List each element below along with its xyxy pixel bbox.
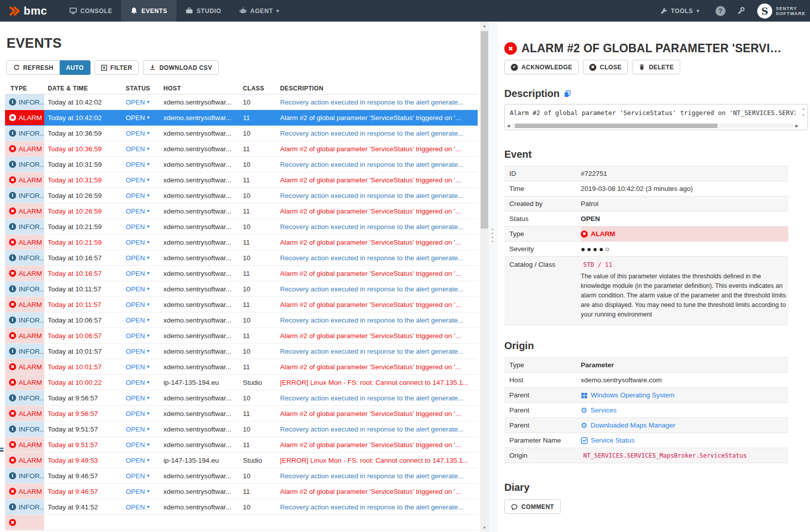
table-row[interactable]: i INFOR... Today at 10:06:57 OPEN ▾ xdem… [5, 312, 478, 328]
nav-tools-menu[interactable]: TOOLS ▾ [651, 8, 708, 15]
status-dropdown[interactable]: OPEN ▾ [126, 207, 163, 215]
key-icon[interactable] [737, 7, 745, 15]
status-dropdown[interactable]: OPEN ▾ [126, 425, 163, 433]
scroll-down-icon[interactable]: ▼ [480, 525, 489, 530]
scroll-up-icon[interactable]: ▲ [480, 24, 489, 28]
status-dropdown[interactable]: OPEN ▾ [126, 176, 163, 184]
table-row[interactable]: ✖ ALARM Today at 10:16:57 OPEN ▾ xdemo.s… [5, 266, 478, 281]
table-row[interactable]: i INFOR... Today at 10:21:59 OPEN ▾ xdem… [5, 219, 478, 235]
auto-refresh-toggle[interactable]: AUTO [60, 60, 90, 75]
table-row[interactable]: i INFOR... Today at 10:11:57 OPEN ▾ xdem… [5, 281, 478, 297]
table-row[interactable]: ✖ ALARM Today at 10:01:57 OPEN ▾ xdemo.s… [5, 359, 478, 375]
scrollbar-thumb[interactable] [515, 124, 717, 128]
description-box[interactable]: Alarm #2 of global parameter 'ServiceSta… [504, 104, 808, 130]
status-dropdown[interactable]: OPEN ▾ [126, 332, 163, 340]
event-description: Alarm #2 of global parameter 'ServiceSta… [280, 332, 478, 340]
nav-tab-studio[interactable]: STUDIO [176, 0, 230, 22]
table-row[interactable]: ✖ ALARM Today at 9:46:57 OPEN ▾ xdemo.se… [5, 484, 478, 499]
panel-resize-handle[interactable] [492, 229, 493, 242]
status-dropdown[interactable]: OPEN ▾ [126, 130, 163, 137]
events-scrollbar[interactable]: ▲ ▼ [480, 22, 489, 532]
status-dropdown[interactable]: OPEN ▾ [126, 503, 163, 511]
comment-button[interactable]: COMMENT [504, 499, 561, 514]
status-dropdown[interactable]: OPEN ▾ [126, 98, 163, 106]
table-row[interactable]: ✖ ALARM Today at 9:56:57 OPEN ▾ xdemo.se… [5, 406, 478, 421]
status-dropdown[interactable]: OPEN ▾ [126, 472, 163, 480]
table-row[interactable]: i INFOR... Today at 9:46:57 OPEN ▾ xdemo… [5, 468, 478, 484]
status-dropdown[interactable]: OPEN ▾ [126, 488, 163, 495]
status-dropdown[interactable]: OPEN ▾ [126, 192, 163, 199]
nav-tab-events[interactable]: EVENTS [121, 0, 176, 22]
table-row[interactable]: ✖ ALARM Today at 10:26:59 OPEN ▾ xdemo.s… [5, 203, 478, 219]
status-dropdown[interactable]: OPEN ▾ [126, 457, 163, 464]
table-row[interactable]: i INFOR... Today at 9:41:52 OPEN ▾ xdemo… [5, 499, 478, 515]
description-hscrollbar[interactable]: ◀ ▶ [507, 123, 798, 128]
table-row[interactable]: ✖ ALARM Today at 10:06:57 OPEN ▾ xdemo.s… [5, 328, 478, 344]
filter-button[interactable]: FILTER [95, 60, 139, 75]
bmc-logo[interactable]: bmc [0, 0, 60, 22]
status-dropdown[interactable]: OPEN ▾ [126, 410, 163, 417]
table-row[interactable]: ✖ ALARM Today at 9:51:57 OPEN ▾ xdemo.se… [5, 437, 478, 453]
parent-link[interactable]: Windows Operating System [581, 391, 675, 399]
col-header-description[interactable]: DESCRIPTION [280, 85, 478, 92]
scroll-up-icon[interactable]: ▲ [801, 107, 805, 111]
status-dropdown[interactable]: OPEN ▾ [126, 114, 163, 122]
event-class: 10 [243, 130, 280, 137]
table-row[interactable]: i INFOR... Today at 10:42:02 OPEN ▾ xdem… [5, 94, 478, 110]
col-header-host[interactable]: HOST [163, 85, 243, 92]
col-header-type[interactable]: TYPE [5, 82, 44, 94]
scroll-down-icon[interactable]: ▼ [801, 114, 805, 118]
table-row[interactable]: i INFOR... Today at 10:31:59 OPEN ▾ xdem… [5, 157, 478, 172]
table-row[interactable]: ✖ ALARM Today at 10:31:59 OPEN ▾ xdemo.s… [5, 172, 478, 188]
close-event-button[interactable]: ✖ CLOSE [583, 60, 628, 74]
status-dropdown[interactable]: OPEN ▾ [126, 239, 163, 246]
status-dropdown[interactable]: OPEN ▾ [126, 363, 163, 371]
delete-button[interactable]: DELETE [632, 60, 680, 74]
status-dropdown[interactable]: OPEN ▾ [126, 379, 163, 386]
parent-link[interactable]: ⚙ Services [581, 406, 616, 414]
table-row[interactable]: i INFOR... Today at 10:26:59 OPEN ▾ xdem… [5, 188, 478, 203]
scroll-right-icon[interactable]: ▶ [795, 124, 798, 128]
col-header-class[interactable]: CLASS [243, 85, 280, 92]
table-row[interactable]: ✖ ALARM Today at 10:42:02 OPEN ▾ xdemo.s… [5, 110, 478, 126]
table-row[interactable]: ✖ ALARM Today at 10:21:59 OPEN ▾ xdemo.s… [5, 235, 478, 250]
table-row[interactable]: i INFOR... Today at 9:51:57 OPEN ▾ xdemo… [5, 421, 478, 437]
parent-link[interactable]: ⚙ Downloaded Maps Manager [581, 421, 675, 429]
status-dropdown[interactable]: OPEN ▾ [126, 145, 163, 153]
scroll-left-icon[interactable]: ◀ [507, 124, 510, 128]
nav-tab-agent[interactable]: AGENT ▾ [230, 0, 289, 22]
status-dropdown[interactable]: OPEN ▾ [126, 394, 163, 402]
status-dropdown[interactable]: OPEN ▾ [126, 161, 163, 168]
status-dropdown[interactable]: OPEN ▾ [126, 270, 163, 277]
events-table-body: i INFOR... Today at 10:42:02 OPEN ▾ xdem… [5, 94, 478, 532]
nav-tab-console[interactable]: CONSOLE [60, 0, 122, 22]
acknowledge-button[interactable]: ✔ ACKNOWLEDGE [504, 60, 579, 74]
status-dropdown[interactable]: OPEN ▾ [126, 254, 163, 262]
table-row[interactable]: ✖ [5, 515, 478, 530]
status-dropdown[interactable]: OPEN ▾ [126, 441, 163, 449]
status-dropdown[interactable]: OPEN ▾ [126, 348, 163, 355]
scrollbar-thumb[interactable] [481, 31, 488, 229]
event-properties-table: ID #722751 Time 2019-03-08 10:42:02 (3 m… [504, 166, 788, 325]
table-row[interactable]: i INFOR... Today at 10:36:59 OPEN ▾ xdem… [5, 126, 478, 141]
status-dropdown[interactable]: OPEN ▾ [126, 301, 163, 308]
help-icon[interactable]: ? [715, 6, 726, 16]
col-header-status[interactable]: STATUS [126, 85, 163, 92]
status-dropdown[interactable]: OPEN ▾ [126, 316, 163, 324]
table-row[interactable]: ✖ ALARM Today at 10:00:22 OPEN ▾ ip-147-… [5, 375, 478, 390]
table-row[interactable]: ✖ ALARM Today at 10:36:59 OPEN ▾ xdemo.s… [5, 141, 478, 157]
table-row[interactable]: ✖ ALARM Today at 10:11:57 OPEN ▾ xdemo.s… [5, 297, 478, 312]
refresh-button[interactable]: REFRESH [7, 60, 60, 75]
table-row[interactable]: i INFOR... Today at 9:56:57 OPEN ▾ xdemo… [5, 390, 478, 406]
table-row[interactable]: i INFOR... Today at 10:01:57 OPEN ▾ xdem… [5, 344, 478, 359]
col-header-date-time[interactable]: DATE & TIME [48, 85, 126, 92]
status-dropdown[interactable]: OPEN ▾ [126, 285, 163, 293]
table-row[interactable]: i INFOR... Today at 10:16:57 OPEN ▾ xdem… [5, 250, 478, 266]
event-type-cell: ✖ ALARM [5, 235, 44, 250]
event-type-label: INFOR... [19, 285, 44, 293]
status-dropdown[interactable]: OPEN ▾ [126, 223, 163, 231]
copy-icon[interactable] [564, 90, 571, 97]
parameter-link[interactable]: Service Status [581, 437, 635, 444]
table-row[interactable]: ✖ ALARM Today at 9:49:53 OPEN ▾ ip-147-1… [5, 453, 478, 468]
download-csv-button[interactable]: DOWNLOAD CSV [143, 60, 219, 75]
